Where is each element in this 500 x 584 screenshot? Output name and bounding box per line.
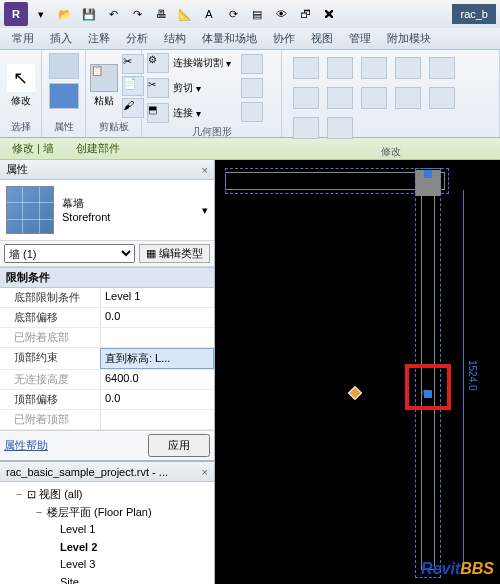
mirror-icon[interactable] <box>395 57 421 79</box>
tree-view[interactable]: Level 1 <box>2 521 212 539</box>
panel-label-geom: 几何图形 <box>146 124 277 140</box>
type-thumbnail <box>6 186 54 234</box>
panel-label-select: 选择 <box>4 119 37 135</box>
prop-name: 无连接高度 <box>0 370 100 389</box>
app-logo[interactable]: R <box>4 2 28 26</box>
close-icon[interactable]: × <box>202 466 208 478</box>
cut-geom-button[interactable]: ✂剪切 ▾ <box>146 77 231 99</box>
tab-annotate[interactable]: 注释 <box>80 29 118 48</box>
prop-value[interactable]: 直到标高: L... <box>100 348 214 369</box>
tab-collaborate[interactable]: 协作 <box>265 29 303 48</box>
prop-value[interactable] <box>100 410 214 429</box>
undo-icon[interactable]: ↶ <box>102 3 124 25</box>
type-selector[interactable]: 幕墙 Storefront ▾ <box>0 180 214 241</box>
tree-view-active[interactable]: Level 2 <box>2 539 212 557</box>
array-icon[interactable] <box>361 87 387 109</box>
geom-icon-3[interactable] <box>241 102 263 122</box>
instance-filter[interactable]: 墙 (1) <box>4 244 135 263</box>
prop-name: 已附着顶部 <box>0 410 100 429</box>
drag-grip[interactable] <box>424 170 432 178</box>
browser-title: rac_basic_sample_project.rvt - ... <box>6 466 168 478</box>
redo-icon[interactable]: ↷ <box>126 3 148 25</box>
trim-icon[interactable] <box>293 87 319 109</box>
tab-view[interactable]: 视图 <box>303 29 341 48</box>
tab-structure[interactable]: 结构 <box>156 29 194 48</box>
dimension-value[interactable]: 1524.0 <box>467 360 478 391</box>
open-icon[interactable]: 📂 <box>54 3 76 25</box>
cope-button[interactable]: ⚙连接端切割 ▾ <box>146 52 231 74</box>
measure-icon[interactable]: 📐 <box>174 3 196 25</box>
group-constraints[interactable]: 限制条件 <box>0 267 214 288</box>
prop-value[interactable]: 6400.0 <box>100 370 214 389</box>
tab-addins[interactable]: 附加模块 <box>379 29 439 48</box>
rotate-icon[interactable] <box>429 57 455 79</box>
properties-button[interactable] <box>49 53 79 79</box>
geom-icon-2[interactable] <box>241 78 263 98</box>
tab-home[interactable]: 常用 <box>4 29 42 48</box>
align-icon[interactable] <box>293 57 319 79</box>
corner-icon[interactable] <box>327 117 353 139</box>
prop-value[interactable]: 0.0 <box>100 390 214 409</box>
ribbon-tabs: 常用 插入 注释 分析 结构 体量和场地 协作 视图 管理 附加模块 <box>0 28 500 50</box>
tab-manage[interactable]: 管理 <box>341 29 379 48</box>
tree-view[interactable]: Site <box>2 574 212 584</box>
panel-label-modify: 修改 <box>286 144 495 160</box>
copy-icon[interactable]: 📄 <box>122 76 144 96</box>
chevron-down-icon[interactable]: ▾ <box>202 204 208 217</box>
modify-button[interactable]: ↖修改 <box>4 58 37 114</box>
prop-value[interactable] <box>100 328 214 347</box>
type-properties-button[interactable] <box>49 83 79 109</box>
edit-type-button[interactable]: ▦ 编辑类型 <box>139 244 210 263</box>
prop-value[interactable]: Level 1 <box>100 288 214 307</box>
prop-name: 顶部偏移 <box>0 390 100 409</box>
offset-icon[interactable] <box>361 57 387 79</box>
context-create-assembly[interactable]: 创建部件 <box>70 139 126 158</box>
tab-massing[interactable]: 体量和场地 <box>194 29 265 48</box>
prop-name: 底部限制条件 <box>0 288 100 307</box>
text-icon[interactable]: A <box>198 3 220 25</box>
flip-arrow-icon[interactable]: ⇦ <box>421 384 433 400</box>
properties-title: 属性 <box>6 162 28 177</box>
paste-button[interactable]: 📋粘贴 <box>90 58 118 114</box>
dropdown-icon[interactable]: ▾ <box>30 3 52 25</box>
panel-label-clipboard: 剪贴板 <box>90 119 137 135</box>
apply-button[interactable]: 应用 <box>148 434 210 457</box>
cut-icon[interactable]: ✂ <box>122 54 144 74</box>
split-icon[interactable] <box>327 87 353 109</box>
flip-control[interactable] <box>348 386 362 400</box>
properties-help-link[interactable]: 属性帮助 <box>4 438 48 453</box>
scale-icon[interactable] <box>395 87 421 109</box>
type-name: Storefront <box>62 210 194 224</box>
edit-type-icon: ▦ <box>146 247 156 260</box>
tab-analyze[interactable]: 分析 <box>118 29 156 48</box>
sheet-icon[interactable]: ▤ <box>246 3 268 25</box>
close-hidden-icon[interactable]: 🗙 <box>318 3 340 25</box>
view-icon[interactable]: 👁 <box>270 3 292 25</box>
tree-root[interactable]: − ⊡ 视图 (all) <box>2 486 212 504</box>
prop-name: 顶部约束 <box>0 348 100 369</box>
sync-icon[interactable]: ⟳ <box>222 3 244 25</box>
close-icon[interactable]: × <box>202 164 208 176</box>
geom-icon-1[interactable] <box>241 54 263 74</box>
context-modify-wall[interactable]: 修改 | 墙 <box>6 139 60 158</box>
dimension-line <box>463 190 464 570</box>
ribbon: ↖修改 选择 属性 📋粘贴 ✂ 📄 🖌 剪贴板 ⚙连接端切割 ▾ ✂剪切 ▾ ⬒… <box>0 50 500 138</box>
quick-access-toolbar: R ▾ 📂 💾 ↶ ↷ 🖶 📐 A ⟳ ▤ 👁 🗗 🗙 rac_b <box>0 0 500 28</box>
move-icon[interactable] <box>327 57 353 79</box>
delete-icon[interactable] <box>293 117 319 139</box>
tree-category[interactable]: − 楼层平面 (Floor Plan) <box>2 504 212 522</box>
properties-panel: 属性 × 幕墙 Storefront ▾ 墙 (1) ▦ 编辑类型 限制条件 <box>0 160 214 460</box>
save-icon[interactable]: 💾 <box>78 3 100 25</box>
panel-label-props: 属性 <box>46 119 81 135</box>
join-button[interactable]: ⬒连接 ▾ <box>146 102 231 124</box>
tab-insert[interactable]: 插入 <box>42 29 80 48</box>
match-icon[interactable]: 🖌 <box>122 98 144 118</box>
prop-value[interactable]: 0.0 <box>100 308 214 327</box>
switch-window-icon[interactable]: 🗗 <box>294 3 316 25</box>
print-icon[interactable]: 🖶 <box>150 3 172 25</box>
pin-icon[interactable] <box>429 87 455 109</box>
project-tab[interactable]: rac_b <box>452 4 496 24</box>
tree-view[interactable]: Level 3 <box>2 556 212 574</box>
prop-name: 已附着底部 <box>0 328 100 347</box>
drawing-canvas[interactable]: ⇦ 1524.0 <box>215 160 500 584</box>
